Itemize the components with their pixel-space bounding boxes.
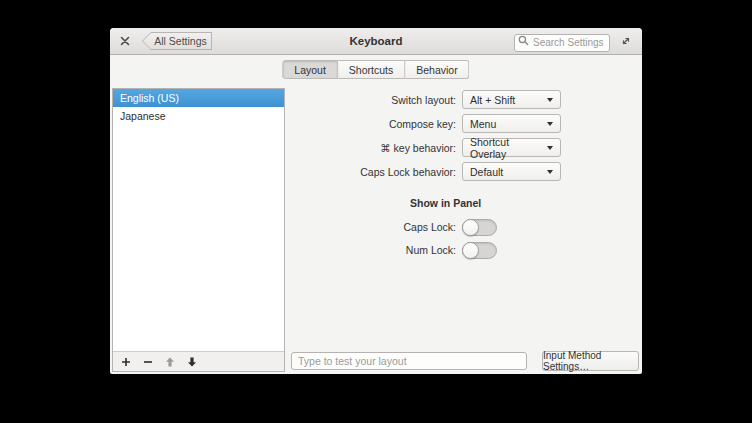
caps-lock-behavior-select[interactable]: Default: [462, 162, 561, 181]
caps-lock-behavior-row: Caps Lock behavior: Default: [293, 162, 561, 181]
tab-shortcuts[interactable]: Shortcuts: [338, 60, 405, 79]
dropdown-caret-icon: [547, 146, 553, 150]
switch-layout-label: Switch layout:: [293, 94, 462, 106]
all-settings-label: All Settings: [143, 33, 211, 49]
command-key-select[interactable]: Shortcut Overlay: [462, 138, 561, 157]
layout-list: English (US) Japanese: [113, 89, 284, 351]
compose-key-value: Menu: [470, 118, 496, 130]
dropdown-caret-icon: [547, 122, 553, 126]
switch-layout-select[interactable]: Alt + Shift: [462, 90, 561, 109]
show-in-panel-heading: Show in Panel: [410, 197, 481, 209]
layout-list-panel: English (US) Japanese: [112, 88, 285, 372]
all-settings-back-button[interactable]: All Settings: [142, 32, 212, 50]
tab-behavior[interactable]: Behavior: [405, 60, 469, 79]
command-key-value: Shortcut Overlay: [470, 136, 542, 160]
caps-lock-behavior-value: Default: [470, 166, 503, 178]
list-item-english-us[interactable]: English (US): [113, 89, 284, 107]
keyboard-options-form: Switch layout: Alt + Shift Compose key: …: [293, 90, 561, 186]
switch-layout-row: Switch layout: Alt + Shift: [293, 90, 561, 109]
move-up-button[interactable]: [160, 354, 180, 370]
compose-key-select[interactable]: Menu: [462, 114, 561, 133]
list-toolbar: [113, 351, 284, 371]
move-down-button[interactable]: [182, 354, 202, 370]
expand-window-icon[interactable]: [618, 33, 634, 49]
dropdown-caret-icon: [547, 98, 553, 102]
compose-key-label: Compose key:: [293, 118, 462, 130]
toggle-knob: [462, 219, 479, 236]
num-lock-toggle[interactable]: [462, 242, 497, 259]
search-box: [514, 32, 610, 50]
headerbar: All Settings Keyboard: [110, 28, 642, 55]
num-lock-toggle-label: Num Lock:: [293, 244, 462, 256]
list-item-japanese[interactable]: Japanese: [113, 107, 284, 125]
close-icon[interactable]: [118, 34, 132, 48]
compose-key-row: Compose key: Menu: [293, 114, 561, 133]
keyboard-settings-window: All Settings Keyboard Layout Shortcuts B…: [110, 28, 642, 374]
num-lock-toggle-row: Num Lock:: [293, 241, 497, 259]
search-icon: [518, 35, 529, 46]
test-layout-input[interactable]: [291, 352, 527, 370]
add-layout-button[interactable]: [116, 354, 136, 370]
tab-layout[interactable]: Layout: [282, 60, 338, 79]
panel-toggles: Caps Lock: Num Lock:: [293, 218, 497, 264]
dropdown-caret-icon: [547, 170, 553, 174]
view-mode-tabs: Layout Shortcuts Behavior: [282, 60, 469, 79]
toggle-knob: [462, 242, 479, 259]
caps-lock-toggle[interactable]: [462, 219, 497, 236]
input-method-settings-button[interactable]: Input Method Settings…: [542, 351, 639, 371]
remove-layout-button[interactable]: [138, 354, 158, 370]
caps-lock-behavior-label: Caps Lock behavior:: [293, 166, 462, 178]
command-key-label: ⌘ key behavior:: [293, 142, 462, 154]
command-key-row: ⌘ key behavior: Shortcut Overlay: [293, 138, 561, 157]
switch-layout-value: Alt + Shift: [470, 94, 515, 106]
caps-lock-toggle-label: Caps Lock:: [293, 221, 462, 233]
caps-lock-toggle-row: Caps Lock:: [293, 218, 497, 236]
